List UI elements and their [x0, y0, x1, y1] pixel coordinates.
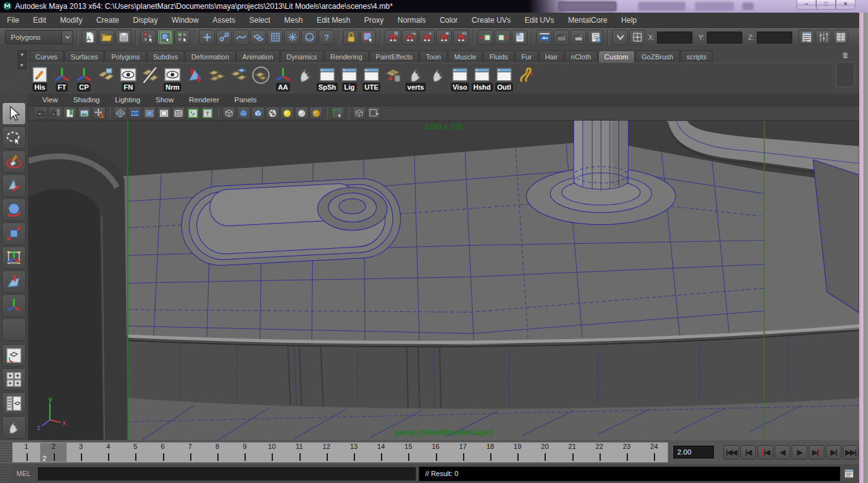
mask-lines-button[interactable]	[233, 30, 249, 45]
panel-menu-panels[interactable]: Panels	[234, 96, 256, 104]
timeline-frame-24[interactable]: 242	[641, 443, 668, 462]
title-bar[interactable]: Autodesk Maya 2013 x64: C:\Users\planetM…	[0, 0, 868, 13]
shelf-item-spsh-window[interactable]: SpSh	[316, 64, 338, 92]
timeline-frame-2[interactable]: 22	[40, 443, 67, 462]
shelf-item-history[interactable]: His	[29, 64, 51, 92]
save-scene-button[interactable]	[116, 30, 131, 45]
layout-four-view[interactable]	[2, 368, 26, 391]
show-manipulator-tool[interactable]	[2, 294, 26, 317]
lasso-tool[interactable]	[2, 126, 26, 149]
menu-edit-mesh[interactable]: Edit Mesh	[310, 16, 357, 25]
output-connections-button[interactable]	[495, 30, 510, 45]
mask-rendering-button[interactable]	[301, 30, 317, 45]
coord-input-x-[interactable]	[657, 32, 692, 44]
shelf-item-poly-merge[interactable]	[206, 64, 227, 92]
shelf-tab-muscle[interactable]: Muscle	[448, 51, 483, 63]
shelf-tab-custom[interactable]: Custom	[598, 51, 635, 63]
construction-history-button[interactable]	[512, 30, 527, 45]
minimize-button[interactable]: –	[797, 0, 816, 9]
channel-box-toggle[interactable]	[833, 30, 848, 45]
select-hierarchy-button[interactable]	[140, 30, 156, 45]
timeline-frame-3[interactable]: 32	[67, 443, 94, 462]
shelf-tab-polygons[interactable]: Polygons	[105, 51, 146, 63]
camera-attributes-button[interactable]	[49, 107, 62, 119]
go-to-start-button[interactable]: |◀◀	[723, 445, 739, 460]
snap-points-button[interactable]	[419, 30, 435, 45]
highlight-selection-button[interactable]	[360, 30, 376, 45]
wireframe-mode-button[interactable]	[222, 107, 236, 119]
timeline-frame-22[interactable]: 222	[586, 443, 613, 462]
image-plane-button[interactable]	[78, 107, 91, 119]
current-time-field[interactable]	[673, 446, 714, 458]
menu-select[interactable]: Select	[242, 16, 277, 25]
shaded-mode-button[interactable]	[237, 107, 250, 119]
timeline-frame-14[interactable]: 142	[368, 443, 395, 462]
menu-set-selector[interactable]: Polygons	[5, 30, 73, 44]
universal-manipulator-tool[interactable]	[2, 246, 26, 269]
timeline-frame-1[interactable]: 12	[13, 443, 40, 462]
menu-file[interactable]: File	[0, 16, 26, 25]
timeline-frame-17[interactable]: 172	[449, 443, 476, 462]
lock-selection-button[interactable]	[343, 30, 359, 45]
menu-edit-uvs[interactable]: Edit UVs	[518, 16, 562, 25]
shelf-item-normals-display[interactable]: Nrm	[162, 64, 183, 92]
shelf-item-hshd-window[interactable]: Hshd	[471, 64, 493, 92]
new-scene-button[interactable]	[81, 30, 97, 45]
shelf-item-mel-script-1[interactable]	[294, 64, 316, 92]
timeline-frame-8[interactable]: 82	[203, 443, 231, 462]
shelf-tab-ncloth[interactable]: nCloth	[565, 51, 598, 63]
timeline-frame-20[interactable]: 202	[531, 443, 558, 462]
symmetry-button[interactable]	[629, 30, 645, 45]
tool-settings-toggle[interactable]	[816, 30, 831, 45]
render-settings-button[interactable]	[588, 30, 603, 45]
timeline-frame-4[interactable]: 42	[95, 443, 122, 462]
select-component-button[interactable]	[174, 30, 190, 45]
chevron-down-button[interactable]	[612, 30, 628, 45]
shelf-item-anti-alias[interactable]: AA	[272, 64, 294, 92]
timeline-frame-18[interactable]: 182	[476, 443, 503, 462]
mask-dynamics-button[interactable]	[284, 30, 300, 45]
xray-mode-button[interactable]	[353, 107, 366, 119]
shelf-tab-animation[interactable]: Animation	[236, 51, 280, 63]
command-result[interactable]: // Result: 0	[419, 467, 840, 481]
xray-joints-button[interactable]	[367, 107, 380, 119]
layout-single-persp[interactable]	[2, 344, 26, 367]
group-separator[interactable]	[133, 30, 138, 45]
input-connections-button[interactable]	[478, 30, 493, 45]
shelf-tab-deformation[interactable]: Deformation	[185, 51, 236, 63]
shelf-item-mel-script-2[interactable]	[427, 64, 449, 92]
menu-mesh[interactable]: Mesh	[277, 16, 310, 25]
panel-menu-shading[interactable]: Shading	[73, 96, 100, 104]
shelf-item-rope-script[interactable]	[515, 64, 537, 92]
timeline-frame-6[interactable]: 62	[149, 443, 176, 462]
shelf-tab-fluids[interactable]: Fluids	[483, 51, 514, 63]
open-scene-button[interactable]	[99, 30, 114, 45]
menu-help[interactable]: Help	[614, 16, 644, 25]
soft-modification-tool[interactable]	[2, 270, 26, 293]
timeline-frame-12[interactable]: 122	[313, 443, 340, 462]
shelf-item-viso-window[interactable]: Viso	[449, 64, 471, 92]
command-mode-toggle[interactable]: MEL	[11, 470, 38, 477]
timeline-frame-10[interactable]: 102	[258, 443, 286, 462]
shelf-item-combine[interactable]	[95, 64, 117, 92]
timeline-frame-9[interactable]: 92	[231, 443, 258, 462]
shelf-tab-toon[interactable]: Toon	[419, 51, 447, 63]
pan-zoom-button[interactable]	[92, 107, 105, 119]
play-backwards-button[interactable]: ◀	[775, 445, 790, 460]
timeline-frame-23[interactable]: 232	[613, 443, 640, 462]
shelf-trash-button[interactable]	[840, 49, 851, 61]
snap-grids-button[interactable]	[385, 30, 401, 45]
textured-mode-button[interactable]	[251, 107, 265, 119]
step-back-frame-button[interactable]: |◀	[740, 445, 756, 460]
menu-assets[interactable]: Assets	[205, 16, 242, 25]
snap-planes-button[interactable]	[436, 30, 452, 45]
shelf-item-poly-extract[interactable]	[228, 64, 250, 92]
menu-proxy[interactable]: Proxy	[358, 16, 391, 25]
layout-persp-outliner[interactable]	[2, 392, 26, 415]
mask-points-button[interactable]	[199, 30, 215, 45]
rotate-tool[interactable]	[2, 198, 26, 221]
bookmark-button[interactable]	[63, 107, 76, 119]
shelf-tab-hair[interactable]: Hair	[539, 51, 564, 63]
gate-mask-button[interactable]	[157, 107, 171, 119]
shelf-item-flip-normals[interactable]	[184, 64, 205, 92]
